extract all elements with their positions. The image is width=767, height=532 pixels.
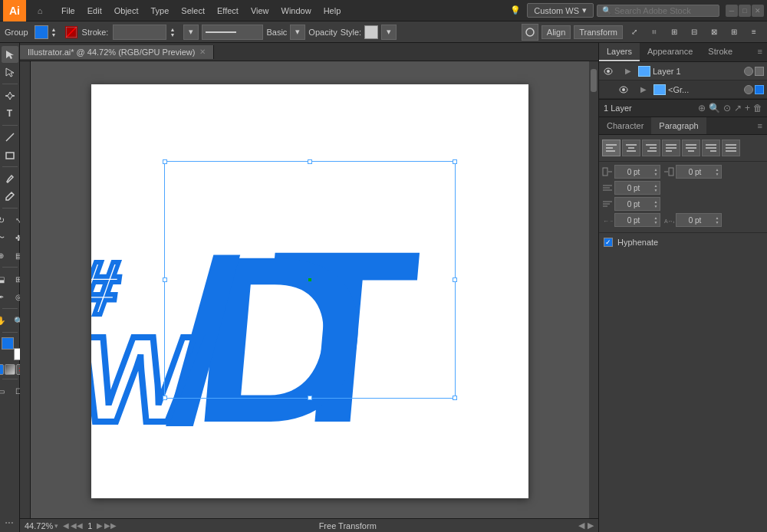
- make-sublayer-icon[interactable]: ⊕: [698, 103, 706, 113]
- fill-color-box[interactable]: [2, 337, 14, 350]
- justify-left-button[interactable]: [662, 140, 680, 156]
- align-button[interactable]: Align: [542, 25, 571, 39]
- vertical-scrollbar[interactable]: [589, 61, 598, 518]
- envelope-icon[interactable]: ⊟: [686, 24, 703, 41]
- direct-selection-tool-button[interactable]: [2, 64, 18, 80]
- menu-help[interactable]: Help: [318, 0, 347, 21]
- stock-search[interactable]: 🔍: [597, 5, 719, 17]
- left-indent-spin[interactable]: ▲ ▼: [652, 167, 660, 176]
- paintbrush-tool-button[interactable]: [2, 170, 18, 187]
- lightbulb-icon[interactable]: 💡: [507, 2, 524, 19]
- fill-color-swatch[interactable]: [35, 25, 48, 39]
- menu-view[interactable]: View: [245, 0, 275, 21]
- move-to-layer-icon[interactable]: ↗: [734, 103, 742, 113]
- menu-object[interactable]: Object: [108, 0, 145, 21]
- workspace-selector[interactable]: Custom WS ▾: [527, 3, 594, 18]
- style-swatch[interactable]: [364, 25, 378, 39]
- menu-edit[interactable]: Edit: [81, 0, 108, 21]
- prev-artboard-button[interactable]: ◀: [63, 521, 69, 530]
- zoom-control[interactable]: 44.72% ▾: [25, 521, 58, 530]
- justify-right-button[interactable]: [702, 140, 720, 156]
- layer-row-2[interactable]: ▶ <Gr...: [599, 80, 767, 99]
- right-indent-input[interactable]: 0 pt ▲ ▼: [676, 165, 722, 179]
- menu-select[interactable]: Select: [175, 0, 211, 21]
- rectangle-tool-button[interactable]: [2, 146, 18, 163]
- warp-tool-button[interactable]: 〜: [0, 229, 9, 246]
- space-after-input[interactable]: 0 pt ▲ ▼: [614, 197, 660, 211]
- panel-options-icon[interactable]: ≡: [746, 24, 762, 41]
- letter-spacing-spin[interactable]: ▲ ▼: [713, 215, 721, 225]
- menu-effect[interactable]: Effect: [211, 0, 245, 21]
- gradient-mode-button[interactable]: [5, 364, 15, 375]
- color-mode-button[interactable]: [0, 364, 4, 375]
- first-artboard-button[interactable]: ◀◀: [71, 521, 83, 530]
- layer-visibility-toggle-2[interactable]: [617, 84, 630, 96]
- layer-expand-1[interactable]: ▶: [625, 67, 636, 75]
- appearance-tab[interactable]: Appearance: [640, 43, 700, 61]
- stroke-arrows[interactable]: ▲ ▼: [170, 27, 180, 38]
- justify-center-button[interactable]: [682, 140, 700, 156]
- grid-icon[interactable]: ⊞: [726, 24, 742, 41]
- stock-search-input[interactable]: [614, 6, 714, 15]
- hyphenate-checkbox[interactable]: ✓: [604, 238, 613, 247]
- layer-options-icon[interactable]: ⊙: [723, 103, 731, 113]
- pen-tool-button[interactable]: [2, 87, 18, 104]
- delete-layer-icon[interactable]: 🗑: [753, 103, 762, 113]
- status-arrow-right[interactable]: ▶: [588, 521, 594, 530]
- hand-tool-button[interactable]: ✋: [0, 312, 9, 329]
- stroke-tab[interactable]: Stroke: [700, 43, 740, 61]
- opacity-indicator[interactable]: [65, 26, 77, 38]
- stroke-dropdown[interactable]: ▾: [183, 25, 199, 40]
- close-button[interactable]: ✕: [752, 5, 764, 17]
- align-right-button[interactable]: [642, 140, 660, 156]
- menu-type[interactable]: Type: [145, 0, 176, 21]
- symbol-tool-button[interactable]: ⊕: [0, 247, 9, 264]
- layer-visibility-toggle-1[interactable]: [602, 65, 614, 77]
- space-after-spin[interactable]: ▲ ▼: [652, 199, 660, 209]
- layer-select-1[interactable]: [755, 67, 764, 76]
- gradient-tool-button[interactable]: ⬓: [0, 271, 9, 287]
- home-button[interactable]: ⌂: [31, 2, 49, 20]
- selection-tool-button[interactable]: [2, 46, 18, 63]
- new-layer-icon[interactable]: +: [745, 103, 750, 113]
- menu-window[interactable]: Window: [275, 0, 318, 21]
- tab-close-button[interactable]: ✕: [199, 48, 206, 56]
- layer-target-1[interactable]: [744, 67, 753, 76]
- stroke-style-selector[interactable]: [202, 25, 263, 40]
- menu-file[interactable]: File: [55, 0, 81, 21]
- transform-button[interactable]: Transform: [574, 25, 623, 39]
- layers-tab[interactable]: Layers: [599, 43, 640, 61]
- last-artboard-button[interactable]: ▶▶: [104, 521, 117, 530]
- document-tab[interactable]: Illustrator.ai* @ 44.72% (RGB/GPU Previe…: [20, 45, 214, 59]
- free-transform-icon[interactable]: ⤢: [626, 24, 643, 41]
- rotate-tool-button[interactable]: ↻: [0, 212, 9, 228]
- layer-select-2[interactable]: [755, 85, 764, 94]
- next-artboard-button[interactable]: ▶: [97, 521, 103, 530]
- layer-target-2[interactable]: [744, 85, 753, 94]
- align-left-button[interactable]: [602, 140, 621, 156]
- warp-icon[interactable]: ⌗: [646, 24, 663, 41]
- style-swatch-dropdown[interactable]: ▾: [381, 25, 397, 40]
- layers-panel-menu-icon[interactable]: ≡: [753, 43, 767, 61]
- word-spacing-input[interactable]: 0 pt ▲ ▼: [614, 213, 660, 227]
- appearance-icon[interactable]: [522, 24, 538, 41]
- first-line-input[interactable]: 0 pt ▲ ▼: [614, 181, 660, 195]
- line-tool-button[interactable]: [2, 129, 18, 146]
- puppet-icon[interactable]: ⊠: [706, 24, 723, 41]
- layer-expand-2[interactable]: ▶: [640, 85, 651, 94]
- perspective-icon[interactable]: ⊞: [666, 24, 683, 41]
- align-center-button[interactable]: [622, 140, 640, 156]
- more-tools[interactable]: •••: [5, 519, 14, 529]
- layer-row-1[interactable]: ▶ Layer 1: [599, 62, 767, 80]
- letter-spacing-input[interactable]: 0 pt ▲ ▼: [676, 213, 722, 227]
- eyedropper-tool-button[interactable]: ✒: [0, 288, 9, 305]
- style-dropdown-arrow[interactable]: ▾: [290, 25, 305, 40]
- find-layer-icon[interactable]: 🔍: [709, 103, 720, 113]
- right-indent-spin[interactable]: ▲ ▼: [713, 167, 721, 176]
- minimize-button[interactable]: ─: [726, 5, 738, 17]
- fill-options-arrow[interactable]: ▲ ▼: [51, 27, 62, 38]
- justify-all-button[interactable]: [722, 140, 740, 156]
- char-panel-menu-icon[interactable]: ≡: [753, 117, 767, 134]
- pencil-tool-button[interactable]: [2, 188, 18, 205]
- screen-mode-button[interactable]: ▭: [0, 383, 9, 399]
